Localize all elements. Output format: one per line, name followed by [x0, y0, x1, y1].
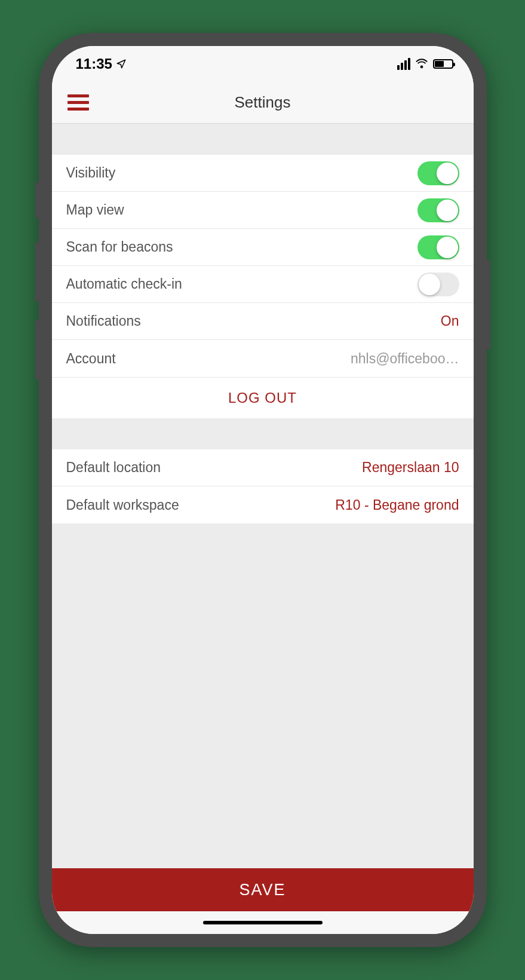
row-label: Default location [66, 460, 161, 476]
toggle-visibility[interactable] [417, 161, 459, 185]
defaults-list: Default location Rengerslaan 10 Default … [52, 449, 474, 523]
logout-button[interactable]: LOG OUT [52, 377, 474, 418]
row-label: Notifications [66, 313, 141, 329]
status-left: 11:35 [76, 56, 127, 72]
screen: 11:35 Settings Visibility [52, 46, 474, 934]
battery-icon [433, 59, 453, 69]
row-notifications[interactable]: Notifications On [52, 303, 474, 340]
side-button [486, 260, 490, 350]
content-filler [52, 523, 474, 868]
toggle-auto-checkin[interactable] [417, 272, 459, 296]
row-value: Rengerslaan 10 [362, 460, 459, 476]
side-button [35, 320, 40, 379]
side-button [35, 182, 40, 218]
phone-frame: 11:35 Settings Visibility [39, 33, 487, 947]
section-gap [52, 418, 474, 449]
toggle-beacons[interactable] [417, 235, 459, 259]
row-label: Account [66, 351, 116, 367]
wifi-icon [415, 59, 428, 69]
row-map-view: Map view [52, 192, 474, 229]
row-label: Automatic check-in [66, 276, 182, 292]
status-time: 11:35 [76, 56, 112, 72]
save-button[interactable]: SAVE [52, 868, 474, 911]
row-default-location[interactable]: Default location Rengerslaan 10 [52, 449, 474, 486]
app-header: Settings [52, 82, 474, 124]
status-bar: 11:35 [52, 46, 474, 82]
status-right [397, 58, 453, 70]
row-label: Visibility [66, 165, 116, 181]
settings-list: Visibility Map view Scan for beacons Aut… [52, 155, 474, 377]
home-indicator-area [52, 911, 474, 934]
logout-label: LOG OUT [228, 390, 297, 406]
cellular-icon [397, 58, 410, 70]
home-indicator[interactable] [203, 921, 323, 924]
page-title: Settings [52, 93, 474, 112]
row-label: Map view [66, 202, 124, 218]
row-label: Default workspace [66, 497, 179, 513]
row-account[interactable]: Account nhls@officeboo… [52, 340, 474, 377]
row-default-workspace[interactable]: Default workspace R10 - Begane grond [52, 486, 474, 523]
row-value: nhls@officeboo… [351, 351, 459, 367]
row-label: Scan for beacons [66, 239, 173, 255]
side-button [35, 242, 40, 302]
row-auto-checkin: Automatic check-in [52, 266, 474, 303]
row-value: R10 - Begane grond [335, 497, 459, 513]
location-arrow-icon [116, 59, 127, 69]
row-value: On [441, 313, 459, 329]
menu-icon[interactable] [67, 94, 89, 111]
section-gap [52, 124, 474, 155]
save-label: SAVE [239, 881, 285, 899]
row-visibility: Visibility [52, 155, 474, 192]
toggle-map-view[interactable] [417, 198, 459, 222]
row-beacons: Scan for beacons [52, 229, 474, 266]
